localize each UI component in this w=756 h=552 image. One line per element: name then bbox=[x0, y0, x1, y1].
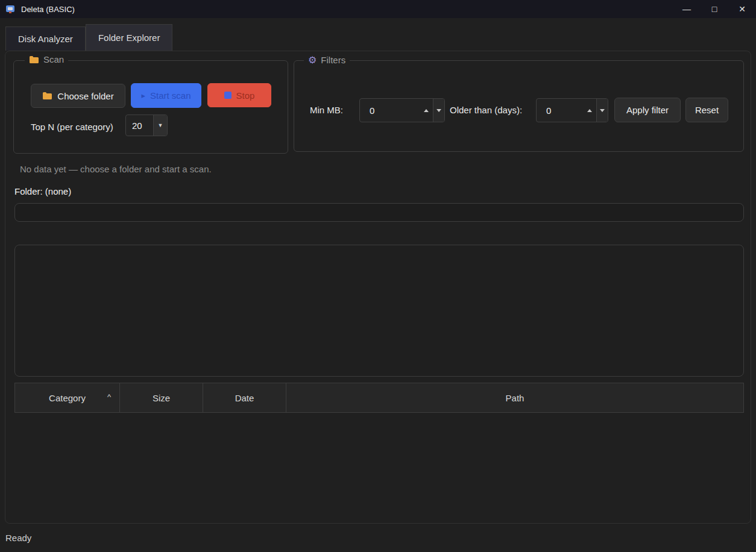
stop-button[interactable]: Stop bbox=[207, 83, 271, 107]
results-chart-area bbox=[14, 245, 744, 377]
table-header-row: Category ^ Size Date Path bbox=[14, 383, 744, 413]
tab-folder-explorer[interactable]: Folder Explorer bbox=[86, 24, 173, 51]
stop-icon bbox=[224, 92, 232, 99]
filters-group-legend: ⚙ Filters bbox=[304, 54, 350, 66]
sort-ascending-icon: ^ bbox=[107, 392, 111, 401]
window-controls: — □ ✕ bbox=[673, 0, 756, 18]
filters-group-title: Filters bbox=[321, 55, 345, 65]
start-scan-label: Start scan bbox=[150, 90, 191, 101]
scan-group-legend: Scan bbox=[25, 54, 68, 64]
no-data-message: No data yet — choose a folder and start … bbox=[20, 164, 212, 174]
titlebar: Deleta (BASIC) — □ ✕ bbox=[0, 0, 756, 18]
spin-down-button[interactable] bbox=[596, 99, 608, 122]
column-header-path[interactable]: Path bbox=[286, 383, 743, 412]
older-than-value[interactable]: 0 bbox=[537, 99, 583, 122]
tab-disk-analyzer[interactable]: Disk Analyzer bbox=[5, 27, 86, 51]
close-button[interactable]: ✕ bbox=[728, 0, 756, 18]
folder-icon bbox=[42, 92, 52, 100]
status-bar-text: Ready bbox=[5, 533, 31, 543]
top-n-value: 20 bbox=[126, 115, 153, 136]
column-header-size[interactable]: Size bbox=[120, 383, 203, 412]
choose-folder-label: Choose folder bbox=[57, 91, 113, 101]
folder-path-input[interactable] bbox=[14, 203, 744, 222]
start-scan-button[interactable]: ▸ Start scan bbox=[131, 83, 201, 108]
gear-icon: ⚙ bbox=[308, 54, 317, 66]
arrow-up-icon bbox=[424, 109, 429, 112]
app-icon bbox=[5, 4, 15, 14]
apply-filter-button[interactable]: Apply filter bbox=[614, 98, 681, 122]
chevron-down-icon[interactable]: ▼ bbox=[153, 115, 167, 136]
scan-group-title: Scan bbox=[43, 54, 64, 64]
reset-button[interactable]: Reset bbox=[685, 98, 728, 122]
column-header-category[interactable]: Category ^ bbox=[15, 383, 120, 412]
min-mb-label: Min MB: bbox=[310, 98, 343, 122]
window-title: Deleta (BASIC) bbox=[21, 5, 75, 14]
folder-icon bbox=[29, 55, 39, 64]
folder-label: Folder: (none) bbox=[14, 186, 71, 196]
maximize-button[interactable]: □ bbox=[701, 0, 728, 18]
choose-folder-button[interactable]: Choose folder bbox=[31, 84, 125, 108]
arrow-down-icon bbox=[600, 109, 605, 112]
spin-up-button[interactable] bbox=[583, 99, 596, 122]
top-n-combobox[interactable]: 20 ▼ bbox=[125, 114, 168, 136]
min-mb-spinbox[interactable]: 0 bbox=[359, 98, 445, 122]
play-icon: ▸ bbox=[141, 91, 145, 100]
results-table: Category ^ Size Date Path bbox=[14, 383, 744, 519]
arrow-up-icon bbox=[587, 109, 592, 112]
stop-label: Stop bbox=[236, 90, 255, 101]
top-n-label: Top N (per category) bbox=[31, 116, 113, 138]
spin-up-button[interactable] bbox=[420, 99, 433, 122]
spin-down-button[interactable] bbox=[433, 99, 444, 122]
tab-bar: Disk Analyzer Folder Explorer bbox=[5, 24, 172, 51]
column-header-date[interactable]: Date bbox=[203, 383, 286, 412]
table-body-empty bbox=[14, 413, 744, 519]
min-mb-value[interactable]: 0 bbox=[360, 99, 420, 122]
older-than-label: Older than (days): bbox=[450, 98, 522, 122]
minimize-button[interactable]: — bbox=[673, 0, 701, 18]
scan-group: Scan Choose folder ▸ Start scan Stop Top… bbox=[13, 60, 288, 154]
filters-group: ⚙ Filters Min MB: 0 Older than (days): 0… bbox=[294, 60, 744, 152]
older-than-spinbox[interactable]: 0 bbox=[536, 98, 608, 122]
arrow-down-icon bbox=[436, 109, 441, 112]
